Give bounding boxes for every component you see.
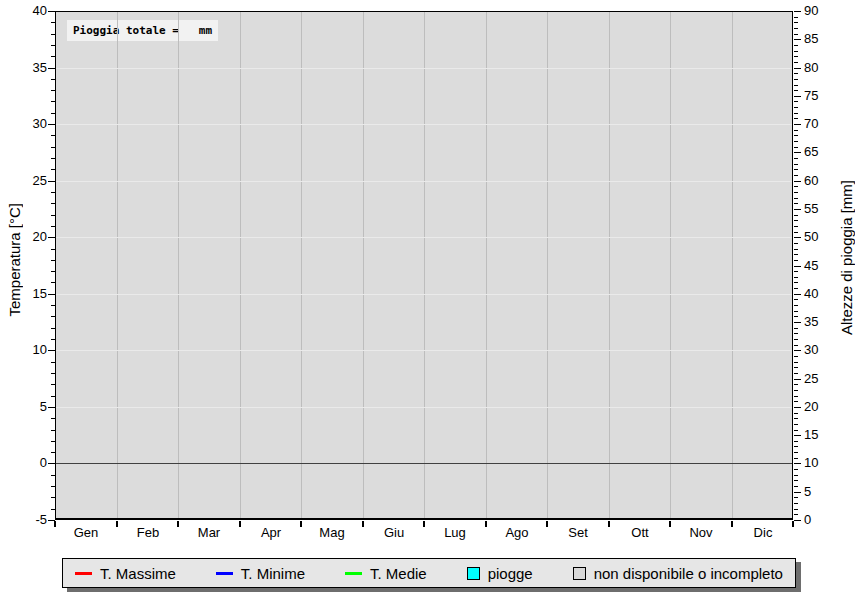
y-left-major-tick xyxy=(48,68,55,69)
y-left-tick-label: 0 xyxy=(0,455,47,471)
legend: T. MassimeT. MinimeT. Mediepioggenon dis… xyxy=(62,558,796,588)
x-month-label: Lug xyxy=(424,525,486,541)
y-left-minor-tick xyxy=(51,169,55,170)
y-right-minor-tick xyxy=(794,441,798,442)
y-right-major-tick xyxy=(794,39,801,40)
y-left-minor-tick xyxy=(51,271,55,272)
y-right-minor-tick xyxy=(794,509,798,510)
y-right-minor-tick xyxy=(794,90,798,91)
y-right-minor-tick xyxy=(794,328,798,329)
y-right-major-tick xyxy=(794,11,801,12)
y-right-minor-tick xyxy=(794,79,798,80)
y-right-major-tick xyxy=(794,237,801,238)
y-right-minor-tick xyxy=(794,305,798,306)
y-right-minor-tick xyxy=(794,22,798,23)
y-left-minor-tick xyxy=(51,316,55,317)
right-axis-title: Altezze di pioggia [mm] xyxy=(838,180,855,335)
y-right-tick-label: 80 xyxy=(804,60,838,76)
y-right-major-tick xyxy=(794,520,801,521)
y-right-major-tick xyxy=(794,294,801,295)
y-right-minor-tick xyxy=(794,480,798,481)
y-right-tick-label: 30 xyxy=(804,342,838,358)
y-right-tick-label: 15 xyxy=(804,427,838,443)
y-left-minor-tick xyxy=(51,226,55,227)
y-left-minor-tick xyxy=(51,147,55,148)
y-right-major-tick xyxy=(794,152,801,153)
y-left-tick-label: -5 xyxy=(0,512,47,528)
y-left-minor-tick xyxy=(51,22,55,23)
y-right-major-tick xyxy=(794,266,801,267)
y-left-tick-label: 30 xyxy=(0,116,47,132)
grid-hline xyxy=(56,294,792,295)
y-right-minor-tick xyxy=(794,118,798,119)
y-left-minor-tick xyxy=(51,192,55,193)
y-right-minor-tick xyxy=(794,430,798,431)
legend-item-t-massime: T. Massime xyxy=(75,565,176,582)
y-right-major-tick xyxy=(794,68,801,69)
y-right-minor-tick xyxy=(794,141,798,142)
y-right-minor-tick xyxy=(794,186,798,187)
y-right-major-tick xyxy=(794,463,801,464)
y-left-tick-label: 15 xyxy=(0,286,47,302)
legend-box-swatch-icon xyxy=(573,567,586,580)
legend-line-swatch-icon xyxy=(345,572,362,575)
y-left-minor-tick xyxy=(51,339,55,340)
x-month-label: Giu xyxy=(363,525,425,541)
x-month-label: Set xyxy=(547,525,609,541)
y-right-minor-tick xyxy=(794,34,798,35)
y-left-minor-tick xyxy=(51,158,55,159)
grid-hline xyxy=(56,181,792,182)
y-left-minor-tick xyxy=(51,441,55,442)
legend-label: T. Medie xyxy=(370,565,427,582)
legend-label: T. Minime xyxy=(241,565,305,582)
y-right-minor-tick xyxy=(794,486,798,487)
y-right-major-tick xyxy=(794,407,801,408)
y-right-minor-tick xyxy=(794,56,798,57)
grid-vline xyxy=(486,12,487,518)
y-right-minor-tick xyxy=(794,130,798,131)
zero-axis-line xyxy=(56,463,792,464)
y-left-major-tick xyxy=(48,124,55,125)
y-right-tick-label: 20 xyxy=(804,399,838,415)
y-right-minor-tick xyxy=(794,220,798,221)
y-right-minor-tick xyxy=(794,469,798,470)
y-left-tick-label: 20 xyxy=(0,229,47,245)
y-right-tick-label: 70 xyxy=(804,116,838,132)
y-right-minor-tick xyxy=(794,333,798,334)
y-right-minor-tick xyxy=(794,101,798,102)
y-left-minor-tick xyxy=(51,305,55,306)
y-right-tick-label: 55 xyxy=(804,201,838,217)
y-left-tick-label: 5 xyxy=(0,399,47,415)
y-right-minor-tick xyxy=(794,113,798,114)
y-left-minor-tick xyxy=(51,215,55,216)
y-right-minor-tick xyxy=(794,514,798,515)
y-right-minor-tick xyxy=(794,192,798,193)
y-left-major-tick xyxy=(48,350,55,351)
y-right-minor-tick xyxy=(794,503,798,504)
legend-item-t-medie: T. Medie xyxy=(345,565,427,582)
y-right-minor-tick xyxy=(794,158,798,159)
y-right-minor-tick xyxy=(794,413,798,414)
y-left-minor-tick xyxy=(51,45,55,46)
y-left-minor-tick xyxy=(51,113,55,114)
grid-vline xyxy=(424,12,425,518)
legend-label: T. Massime xyxy=(100,565,176,582)
y-right-minor-tick xyxy=(794,299,798,300)
y-left-minor-tick xyxy=(51,56,55,57)
y-right-tick-label: 90 xyxy=(804,3,838,19)
y-right-minor-tick xyxy=(794,232,798,233)
y-right-minor-tick xyxy=(794,73,798,74)
y-left-major-tick xyxy=(48,181,55,182)
legend-box-swatch-icon xyxy=(467,567,480,580)
x-month-label: Nov xyxy=(670,525,732,541)
y-left-minor-tick xyxy=(51,34,55,35)
y-left-tick-label: 25 xyxy=(0,173,47,189)
y-left-minor-tick xyxy=(51,373,55,374)
y-right-minor-tick xyxy=(794,390,798,391)
y-right-minor-tick xyxy=(794,396,798,397)
grid-hline xyxy=(56,68,792,69)
x-month-label: Apr xyxy=(240,525,302,541)
y-left-minor-tick xyxy=(51,396,55,397)
y-right-major-tick xyxy=(794,435,801,436)
y-right-minor-tick xyxy=(794,135,798,136)
